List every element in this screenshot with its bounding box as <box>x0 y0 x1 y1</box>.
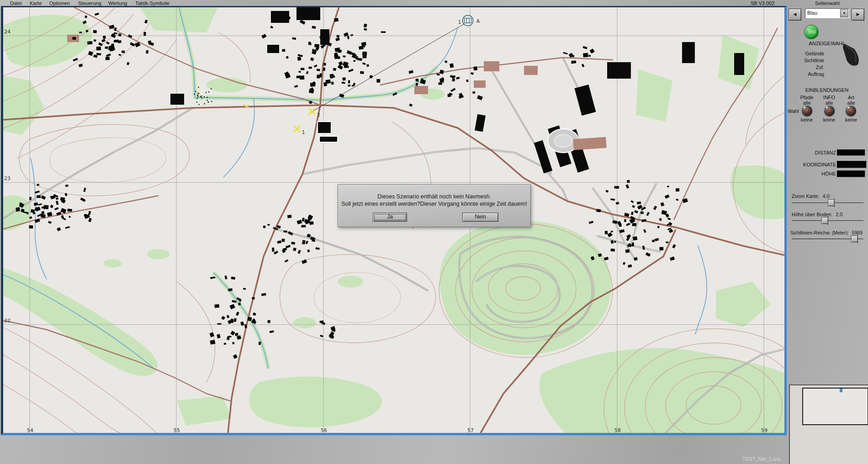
anzeigewahl-option-sichtlinie[interactable]: Sichtlinie <box>787 57 824 64</box>
zoom-slider-label: Zoom Karte:4.0 <box>792 193 830 199</box>
side-prev-button[interactable]: ◀ <box>789 9 801 21</box>
height-value: 2.0 <box>836 212 842 217</box>
hoehe-label: HÖHE <box>787 171 836 176</box>
side-select-label: Seitenwahl <box>787 0 868 6</box>
height-slider-handle[interactable] <box>821 217 828 224</box>
svg-text:56: 56 <box>321 427 327 433</box>
menu-item-datei[interactable]: Datei <box>10 0 22 6</box>
version-label: SB V3.002 <box>751 0 775 6</box>
info-keine-label: keine <box>818 117 840 123</box>
info-knob[interactable] <box>824 106 835 116</box>
zoom-slider-handle[interactable] <box>828 199 835 206</box>
unit-letter-label: A <box>476 19 480 24</box>
side-dropdown-value: Blau <box>807 10 817 16</box>
dialog-message-line2: Soll jetzt eines erstellt werden?Dieser … <box>338 201 530 207</box>
anzeigewahl-option-gelaende[interactable]: Gelände <box>787 50 824 57</box>
waypoint-label: 2 <box>317 112 320 117</box>
zoom-value: 4.0 <box>823 193 830 199</box>
koordinate-label: KOORDINATE <box>787 162 836 167</box>
menu-item-optionen[interactable]: Optionen <box>49 0 70 6</box>
side-dropdown[interactable]: Blau ▼ <box>805 8 849 18</box>
art-column-label: Art <box>840 95 862 100</box>
einblendungen-title: EINBLENDUNGEN <box>787 87 867 93</box>
hoehe-readout <box>837 171 865 177</box>
height-slider[interactable] <box>792 220 863 221</box>
menu-item-karte[interactable]: Karte <box>30 0 42 6</box>
menu-item-wertung[interactable]: Wertung <box>108 0 127 6</box>
distanz-readout <box>837 149 865 156</box>
art-keine-label: keine <box>840 117 862 123</box>
right-arrow-icon: ▶ <box>857 12 860 16</box>
navmesh-dialog: Dieses Szenario enthält noch kein Navmes… <box>338 184 531 227</box>
art-knob[interactable] <box>846 106 856 116</box>
height-slider-label: Höhe über Boden:2.0 <box>792 212 843 217</box>
pfade-alle-label: alle <box>796 100 818 106</box>
menu-item-steuerung[interactable]: Steuerung <box>78 0 101 6</box>
chevron-down-icon: ▼ <box>843 11 846 15</box>
menu-item-taktik-symbole[interactable]: Taktik-Symbole <box>135 0 169 6</box>
test-button[interactable]: Test <box>804 25 819 39</box>
art-alle-label: alle <box>840 100 862 106</box>
svg-text:24: 24 <box>4 29 11 35</box>
minimap-view-rect[interactable] <box>802 388 868 425</box>
anzeigewahl-selector-knob[interactable] <box>842 42 865 71</box>
los-slider-handle[interactable] <box>851 235 858 242</box>
koordinate-readout <box>837 161 867 168</box>
svg-text:55: 55 <box>174 427 180 433</box>
dialog-message-line1: Dieses Szenario enthält noch kein Navmes… <box>338 193 530 200</box>
svg-text:54: 54 <box>27 427 33 433</box>
anzeigewahl-option-zsf[interactable]: Zsf. <box>787 64 824 71</box>
zoom-slider[interactable] <box>792 203 863 203</box>
scenario-filename: TEST_NM_1.sce <box>742 456 781 462</box>
los-slider-label: Sichtlinien-Reichw. (Meter):5969 <box>790 230 863 235</box>
svg-text:58: 58 <box>614 427 621 433</box>
dropdown-arrow-button[interactable]: ▼ <box>840 9 848 17</box>
waypoint-label: 1 <box>302 130 305 135</box>
control-sidebar: Seitenwahl ◀ Blau ▼ ▶ Test ANZEIGEWAHL G… <box>787 6 868 464</box>
svg-text:59: 59 <box>761 427 767 433</box>
info-column-label: INFO <box>818 95 840 100</box>
anzeigewahl-options: Gelände Sichtlinie Zsf. Auftrag <box>787 50 824 78</box>
left-arrow-icon: ◀ <box>794 12 797 16</box>
yes-button[interactable]: Ja <box>373 213 407 222</box>
distanz-label: DISTANZ <box>787 150 836 155</box>
unit-number-label: 1 <box>458 20 461 25</box>
svg-text:23: 23 <box>4 176 11 181</box>
no-button[interactable]: Nein <box>462 213 498 222</box>
svg-text:57: 57 <box>467 427 474 433</box>
pfade-keine-label: keine <box>796 117 818 123</box>
anzeigewahl-option-auftrag[interactable]: Auftrag <box>787 71 824 78</box>
los-slider[interactable] <box>792 239 863 239</box>
overview-minimap[interactable] <box>789 384 868 464</box>
pfade-column-label: Pfade <box>796 95 818 100</box>
wahl-label: Wahl <box>788 108 799 114</box>
pfade-knob[interactable] <box>802 106 812 116</box>
svg-text:22: 22 <box>4 318 11 324</box>
info-alle-label: alle <box>818 100 840 106</box>
side-next-button[interactable]: ▶ <box>852 9 864 21</box>
menu-bar: Datei Karte Optionen Steuerung Wertung T… <box>0 0 868 6</box>
minimap-unit-dot <box>840 389 842 392</box>
